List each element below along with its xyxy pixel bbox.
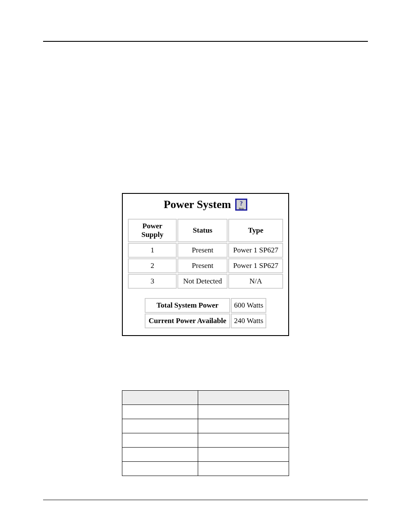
- spec-header-1: [122, 391, 198, 405]
- power-supplies-table: Power Supply Status Type 1 Present Power…: [127, 218, 284, 289]
- table-header-row: [122, 391, 289, 405]
- col-header-status: Status: [177, 219, 227, 242]
- spec-cell: [122, 419, 198, 433]
- table-row: 3 Not Detected N/A: [128, 274, 283, 289]
- col-header-type: Type: [228, 219, 283, 242]
- spec-cell: [198, 433, 289, 448]
- cell-ps: 2: [128, 258, 177, 273]
- power-system-panel: Power System ? Help Power Supply Status …: [122, 193, 289, 336]
- table-row: [122, 433, 289, 448]
- spec-header-2: [198, 391, 289, 405]
- spec-cell: [122, 433, 198, 448]
- table-row: [122, 462, 289, 476]
- table-row: [122, 405, 289, 419]
- table-row: Current Power Available 240 Watts: [145, 314, 266, 328]
- page: Power System ? Help Power Supply Status …: [0, 0, 411, 532]
- cell-type: N/A: [228, 274, 283, 289]
- cell-status: Present: [177, 258, 227, 273]
- table-row: Total System Power 600 Watts: [145, 298, 266, 313]
- total-power-value: 600 Watts: [231, 298, 266, 313]
- spec-cell: [198, 405, 289, 419]
- total-power-label: Total System Power: [145, 298, 230, 313]
- spec-table: [122, 390, 289, 476]
- spec-cell: [122, 462, 198, 476]
- footer-rule: [43, 500, 368, 500]
- help-button[interactable]: ? Help: [235, 199, 247, 211]
- cell-ps: 3: [128, 274, 177, 289]
- table-row: [122, 448, 289, 462]
- spec-cell: [122, 448, 198, 462]
- cell-status: Not Detected: [177, 274, 227, 289]
- spec-cell: [198, 462, 289, 476]
- table-row: 2 Present Power 1 SP627: [128, 258, 283, 273]
- cell-type: Power 1 SP627: [228, 243, 283, 258]
- header-rule: [43, 41, 368, 42]
- table-row: 1 Present Power 1 SP627: [128, 243, 283, 258]
- col-header-power-supply: Power Supply: [128, 219, 177, 242]
- available-power-label: Current Power Available: [145, 314, 230, 328]
- help-icon: ?: [240, 201, 243, 207]
- cell-type: Power 1 SP627: [228, 258, 283, 273]
- power-summary-table: Total System Power 600 Watts Current Pow…: [144, 297, 267, 329]
- spec-cell: [198, 419, 289, 433]
- help-label: Help: [239, 207, 244, 210]
- cell-status: Present: [177, 243, 227, 258]
- panel-title: Power System: [164, 198, 231, 211]
- table-header-row: Power Supply Status Type: [128, 219, 283, 242]
- spec-cell: [198, 448, 289, 462]
- spec-cell: [122, 405, 198, 419]
- panel-header: Power System ? Help: [127, 197, 284, 215]
- cell-ps: 1: [128, 243, 177, 258]
- available-power-value: 240 Watts: [231, 314, 266, 328]
- table-row: [122, 419, 289, 433]
